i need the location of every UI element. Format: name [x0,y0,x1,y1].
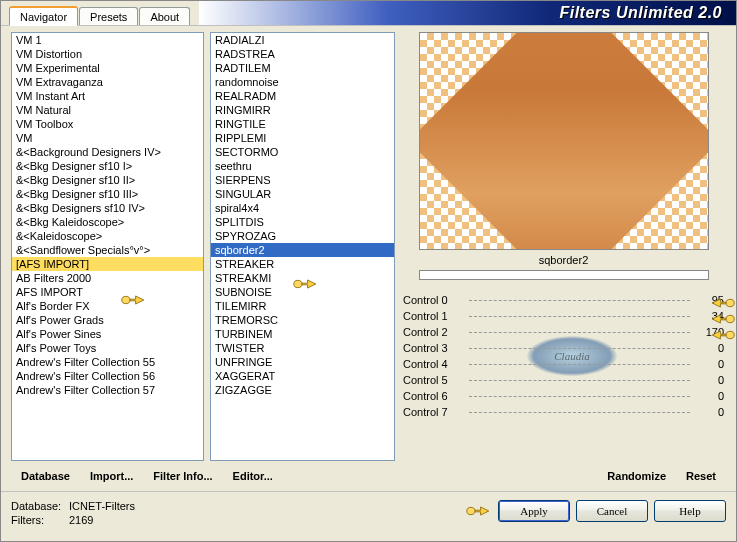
control-slider[interactable] [469,316,690,317]
filter-item[interactable]: RIPPLEMI [211,131,394,145]
reset-button[interactable]: Reset [676,467,726,485]
filter-item[interactable]: SINGULAR [211,187,394,201]
filter-item[interactable]: ZIGZAGGE [211,383,394,397]
control-row[interactable]: Control 2170 [401,324,726,340]
filters-value: 2169 [69,514,93,526]
filter-item[interactable]: sqborder2 [211,243,394,257]
filter-item[interactable]: XAGGERAT [211,369,394,383]
category-item[interactable]: Alf's Power Grads [12,313,203,327]
category-item[interactable]: AB Filters 2000 [12,271,203,285]
control-row[interactable]: Control 095 [401,292,726,308]
control-slider[interactable] [469,412,690,413]
filter-item[interactable]: REALRADM [211,89,394,103]
category-item[interactable]: &<Bkg Designer sf10 II> [12,173,203,187]
control-slider[interactable] [469,348,690,349]
control-label: Control 6 [403,390,465,402]
control-value: 0 [694,358,724,370]
category-item[interactable]: Alf's Power Toys [12,341,203,355]
filter-item[interactable]: randomnoise [211,75,394,89]
control-row[interactable]: Control 60 [401,388,726,404]
category-item[interactable]: &<Bkg Designer sf10 III> [12,187,203,201]
filter-item[interactable]: RINGMIRR [211,103,394,117]
hand-pointer-icon [466,500,492,522]
category-item[interactable]: VM Experimental [12,61,203,75]
control-row[interactable]: Control 40 [401,356,726,372]
control-row[interactable]: Control 70 [401,404,726,420]
help-button[interactable]: Help [654,500,726,522]
hand-pointer-icon [121,290,147,312]
database-button[interactable]: Database [11,467,80,485]
control-slider[interactable] [469,364,690,365]
category-item[interactable]: Andrew's Filter Collection 56 [12,369,203,383]
category-item[interactable]: Alf's Power Sines [12,327,203,341]
category-item[interactable]: VM Natural [12,103,203,117]
category-item[interactable]: &<Bkg Designer sf10 I> [12,159,203,173]
footer-info: Database: ICNET-Filters Filters: 2169 [11,500,135,526]
import-button[interactable]: Import... [80,467,143,485]
category-item[interactable]: &<Bkg Kaleidoscope> [12,215,203,229]
filter-item[interactable]: spiral4x4 [211,201,394,215]
filter-item[interactable]: SECTORMO [211,145,394,159]
control-value: 0 [694,390,724,402]
filter-item[interactable]: RADSTREA [211,47,394,61]
hand-pointer-icon [293,274,319,296]
category-item[interactable]: &<Bkg Designers sf10 IV> [12,201,203,215]
category-item[interactable]: &<Kaleidoscope> [12,229,203,243]
tab-navigator[interactable]: Navigator [9,6,78,26]
filter-item[interactable]: UNFRINGE [211,355,394,369]
filter-list[interactable]: RADIALZIRADSTREARADTILEMrandomnoiseREALR… [210,32,395,461]
control-row[interactable]: Control 134 [401,308,726,324]
filter-item[interactable]: RADTILEM [211,61,394,75]
category-item[interactable]: VM Instant Art [12,89,203,103]
category-item[interactable]: VM Toolbox [12,117,203,131]
control-label: Control 4 [403,358,465,370]
preview-shape [419,32,709,250]
control-row[interactable]: Control 50 [401,372,726,388]
title-bar: Filters Unlimited 2.0 [199,1,736,25]
control-label: Control 1 [403,310,465,322]
category-item[interactable]: VM Extravaganza [12,75,203,89]
filter-item[interactable]: SPYROZAG [211,229,394,243]
category-item[interactable]: VM 1 [12,33,203,47]
control-label: Control 2 [403,326,465,338]
tab-presets[interactable]: Presets [79,7,138,25]
filter-item[interactable]: SIERPENS [211,173,394,187]
control-slider[interactable] [469,396,690,397]
category-item[interactable]: AFS IMPORT [12,285,203,299]
randomize-button[interactable]: Randomize [597,467,676,485]
control-label: Control 5 [403,374,465,386]
filter-item[interactable]: RINGTILE [211,117,394,131]
db-value: ICNET-Filters [69,500,135,512]
control-slider[interactable] [469,300,690,301]
category-item[interactable]: VM Distortion [12,47,203,61]
category-item[interactable]: &<Background Designers IV> [12,145,203,159]
tab-about[interactable]: About [139,7,190,25]
app-title: Filters Unlimited 2.0 [559,4,722,22]
filter-item[interactable]: TWISTER [211,341,394,355]
category-item[interactable]: Alf's Border FX [12,299,203,313]
cancel-button[interactable]: Cancel [576,500,648,522]
control-value: 0 [694,406,724,418]
filter-item[interactable]: SPLITDIS [211,215,394,229]
category-list[interactable]: VM 1VM DistortionVM ExperimentalVM Extra… [11,32,204,461]
control-slider[interactable] [469,332,690,333]
filter-item[interactable]: TREMORSC [211,313,394,327]
filter-item[interactable]: TILEMIRR [211,299,394,313]
category-item[interactable]: &<Sandflower Specials°v°> [12,243,203,257]
category-item[interactable]: VM [12,131,203,145]
filter-item[interactable]: seethru [211,159,394,173]
control-label: Control 0 [403,294,465,306]
category-item[interactable]: Andrew's Filter Collection 55 [12,355,203,369]
control-value: 0 [694,374,724,386]
category-item[interactable]: [AFS IMPORT] [12,257,203,271]
control-row[interactable]: Control 30 [401,340,726,356]
filter-item[interactable]: RADIALZI [211,33,394,47]
filter-info-button[interactable]: Filter Info... [143,467,222,485]
filters-key: Filters: [11,514,69,526]
filter-item[interactable]: STREAKER [211,257,394,271]
filter-item[interactable]: TURBINEM [211,327,394,341]
category-item[interactable]: Andrew's Filter Collection 57 [12,383,203,397]
apply-button[interactable]: Apply [498,500,570,522]
control-slider[interactable] [469,380,690,381]
editor-button[interactable]: Editor... [223,467,283,485]
